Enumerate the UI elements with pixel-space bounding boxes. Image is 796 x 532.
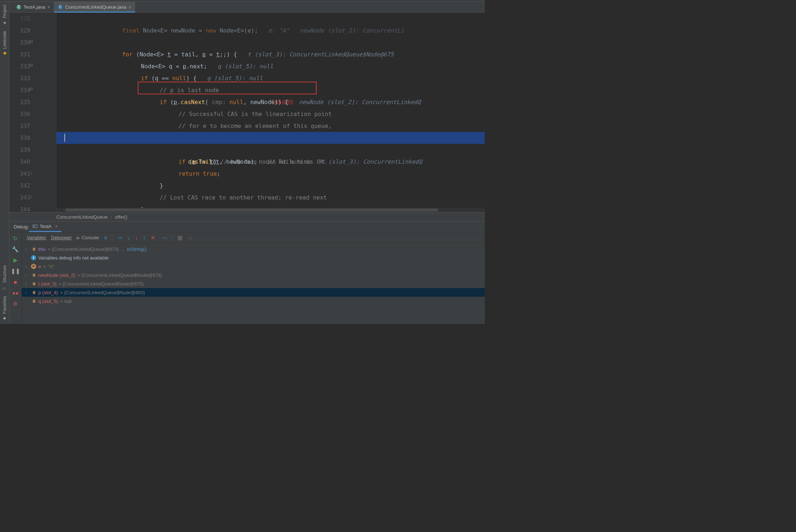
var-value: = null	[60, 299, 71, 304]
horizontal-scrollbar[interactable]	[56, 208, 485, 212]
var-name: t (slot_3)	[38, 281, 57, 287]
object-icon: ≣	[31, 273, 36, 278]
line-number: 339	[20, 144, 30, 156]
stop-button[interactable]: ■	[12, 278, 20, 286]
variable-row[interactable]: ›≣t (slot_3) = {ConcurrentLinkedQueue$No…	[22, 279, 485, 288]
variables-pane: ›≣this = {ConcurrentLinkedQueue@673} ...…	[22, 243, 485, 324]
view-breakpoints-button[interactable]: ●●	[12, 289, 20, 297]
variable-row[interactable]: ›≣newNode (slot_2) = {ConcurrentLinkedQu…	[22, 271, 485, 279]
var-name: this	[38, 246, 46, 252]
line-number: 342	[20, 180, 30, 192]
force-step-into-button[interactable]: ↓	[135, 235, 138, 241]
run-to-cursor-button[interactable]: →I	[161, 235, 167, 241]
object-icon: ≣	[31, 290, 36, 295]
variable-row[interactable]: ›≣p (slot_4) = {ConcurrentLinkedQueue$No…	[22, 288, 485, 297]
threads-icon[interactable]: ≡	[104, 235, 107, 241]
var-value: =	[43, 264, 46, 269]
play-icon: ▶	[77, 235, 80, 240]
evaluate-button[interactable]: ▦	[177, 235, 183, 241]
step-out-button[interactable]: ↑	[143, 235, 146, 241]
close-icon[interactable]: ×	[55, 224, 58, 229]
debug-config-icon	[33, 224, 38, 229]
chevron-right-icon: ›	[111, 214, 112, 220]
resume-button[interactable]: ▶	[12, 256, 20, 264]
sidebar-item-structure[interactable]: ⠿ Structure	[2, 265, 7, 290]
java-class-icon: C	[16, 5, 21, 10]
trace-button[interactable]: ⇆	[188, 235, 192, 241]
execution-line: if (p != t) // hop two nodes at a time t…	[56, 132, 485, 144]
left-tool-window-bar: Project ◆ Leetcode ⠿ Structure ★ Favorit…	[0, 2, 9, 324]
breadcrumb: ConcurrentLinkedQueue › offer()	[9, 212, 485, 222]
line-number: 343	[20, 192, 30, 203]
line-number: 338	[20, 132, 30, 144]
diamond-icon: ◆	[2, 51, 7, 56]
step-over-button[interactable]: ⤻	[117, 235, 122, 241]
tostring-link[interactable]: toString()	[127, 246, 146, 252]
structure-icon: ⠿	[2, 285, 7, 290]
close-icon[interactable]: ×	[47, 4, 50, 10]
fold-icon[interactable]: ⊟	[30, 39, 33, 44]
editor[interactable]: 3283293303313323333343353363373383393403…	[9, 13, 485, 212]
scrollbar-thumb[interactable]	[65, 209, 438, 211]
tab-testa[interactable]: C TestA.java ×	[13, 2, 54, 12]
line-number: 340	[20, 156, 30, 168]
rerun-button[interactable]: ↻	[12, 235, 20, 243]
variable-row[interactable]: ≣q (slot_5) = null	[22, 297, 485, 305]
console-tab[interactable]: ▶ Console	[77, 235, 99, 240]
var-name: p (slot_4)	[38, 290, 58, 295]
debug-session-label: TestA	[40, 224, 52, 229]
expand-icon[interactable]: ›	[25, 247, 29, 251]
mute-breakpoints-button[interactable]: ⊘	[12, 300, 20, 308]
fold-icon[interactable]: ⊟	[30, 63, 33, 68]
tab-concurrentlinkedqueue[interactable]: C ConcurrentLinkedQueue.java ×	[54, 2, 135, 12]
variable-row[interactable]: ›Pe = "A"	[22, 262, 485, 271]
debug-action-strip: ↻ 🔧 ▶ ❚❚ ■ ●● ⊘	[9, 232, 22, 324]
object-icon: ≣	[31, 281, 36, 286]
star-icon: ★	[2, 316, 7, 321]
var-value: = {ConcurrentLinkedQueue$Node@675}	[59, 281, 144, 287]
expand-icon[interactable]: ›	[25, 282, 29, 286]
sidebar-item-favorites[interactable]: ★ Favorites	[2, 296, 7, 321]
sidebar-label: Project	[2, 5, 7, 18]
expand-icon[interactable]: ›	[25, 273, 29, 277]
pause-button[interactable]: ❚❚	[12, 267, 20, 275]
debugger-tab[interactable]: Debugger	[51, 235, 72, 240]
debug-session-tab[interactable]: TestA ×	[29, 222, 61, 232]
var-text: Variables debug info not available	[38, 255, 108, 261]
editor-tab-bar: C TestA.java × C ConcurrentLinkedQueue.j…	[0, 2, 485, 13]
expand-icon[interactable]: ›	[25, 290, 29, 295]
debug-title: Debug:	[14, 224, 29, 229]
line-number: 335	[20, 96, 30, 108]
breadcrumb-method[interactable]: offer()	[115, 214, 127, 220]
sidebar-label: Structure	[2, 265, 7, 283]
variable-row[interactable]: iVariables debug info not available	[22, 253, 485, 262]
object-icon: ≣	[31, 299, 36, 304]
variables-tab[interactable]: Variables	[27, 235, 46, 240]
fold-end-icon[interactable]: ⊥	[30, 170, 33, 175]
close-icon[interactable]: ×	[128, 4, 131, 10]
fold-end-icon[interactable]: ⊥	[30, 194, 33, 199]
line-number: 330	[20, 37, 30, 48]
line-number: 328	[20, 13, 30, 25]
drop-frame-button[interactable]: ✕	[151, 235, 155, 241]
modify-run-button[interactable]: 🔧	[12, 245, 20, 253]
var-name: e	[38, 264, 41, 269]
gutter: 3283293303313323333343353363373383393403…	[9, 13, 56, 212]
line-number: 329	[20, 25, 30, 37]
expand-icon[interactable]: ›	[25, 264, 29, 269]
code-area[interactable]: final Node<E> newNode = new Node<E>(e); …	[56, 13, 485, 212]
fold-icon[interactable]: ⊟	[30, 86, 33, 91]
line-number: 331	[20, 48, 30, 60]
sidebar-item-leetcode[interactable]: ◆ Leetcode	[2, 31, 7, 56]
cursor	[64, 134, 65, 142]
var-value: = {ConcurrentLinkedQueue@673}	[48, 246, 119, 252]
line-number: 334	[20, 84, 30, 96]
step-into-button[interactable]: ↓	[127, 235, 130, 241]
variable-row[interactable]: ›≣this = {ConcurrentLinkedQueue@673} ...…	[22, 245, 485, 253]
var-value: = {ConcurrentLinkedQueue$Node@676}	[77, 273, 162, 278]
breadcrumb-class[interactable]: ConcurrentLinkedQueue	[56, 214, 108, 220]
sidebar-item-project[interactable]: Project	[2, 5, 7, 25]
line-number: 332	[20, 60, 30, 72]
line-number: 337	[20, 120, 30, 132]
svg-rect-1	[34, 226, 35, 227]
